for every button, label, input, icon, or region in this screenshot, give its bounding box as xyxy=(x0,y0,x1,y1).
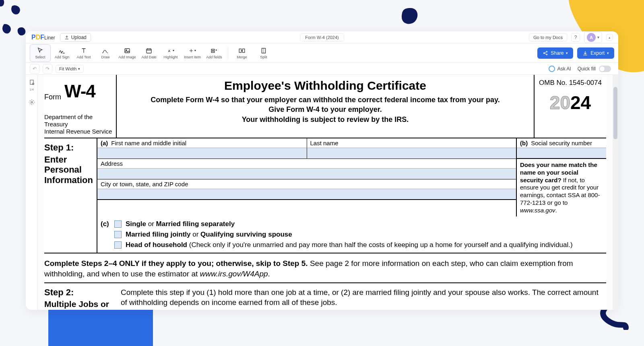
collapse-button[interactable]: ▴ xyxy=(606,34,613,41)
redo-button[interactable]: ↷ xyxy=(43,64,52,74)
tool-select[interactable]: Select xyxy=(30,44,51,62)
merge-icon xyxy=(238,47,246,54)
tool-add-date[interactable]: Add Date xyxy=(138,44,159,62)
step-number: Step 2: xyxy=(44,287,121,298)
filing-option: Married filing jointly or Qualifying sur… xyxy=(126,231,292,239)
page-count: 1/4 xyxy=(29,88,34,91)
svg-rect-8 xyxy=(243,49,245,52)
svg-point-11 xyxy=(547,51,547,52)
filing-option: Head of household (Check only if you're … xyxy=(126,241,573,249)
tool-add-image[interactable]: Add Image xyxy=(117,44,138,62)
form-name: W-4 xyxy=(64,81,95,101)
svg-rect-7 xyxy=(239,49,241,52)
step2-instructions: Complete this step if you (1) hold more … xyxy=(121,287,606,310)
page-nav-icon[interactable] xyxy=(28,79,35,86)
svg-rect-3 xyxy=(147,49,151,53)
ssn-match-note: Does your name match the name on your so… xyxy=(517,159,606,216)
upload-label: Upload xyxy=(71,35,87,40)
field-label: City or town, state, and ZIP code xyxy=(101,181,188,187)
ai-icon xyxy=(549,66,555,72)
form-year: 2024 xyxy=(539,92,602,113)
svg-point-15 xyxy=(31,101,33,103)
form-subtitle: Give Form W-4 to your employer. xyxy=(125,105,526,114)
filing-option: Single or Married filing separately xyxy=(126,220,235,228)
tool-split[interactable]: Split xyxy=(253,44,274,62)
download-icon xyxy=(582,50,588,56)
form-subtitle: Your withholding is subject to review by… xyxy=(125,115,526,124)
toggle[interactable] xyxy=(599,66,611,72)
ask-ai-button[interactable]: Ask AI xyxy=(549,66,571,72)
field-label: Social security number xyxy=(531,140,592,146)
chevron-down-icon: ▾ xyxy=(607,51,609,55)
tool-merge[interactable]: Merge xyxy=(231,44,252,62)
tool-add-fields[interactable]: Add fields xyxy=(204,44,225,62)
checkbox-single[interactable] xyxy=(114,220,122,228)
form-subtitle: Complete Form W-4 so that your employer … xyxy=(125,95,526,105)
tool-highlight[interactable]: ▾ Highlight xyxy=(160,44,181,62)
date-icon xyxy=(145,47,153,54)
avatar[interactable]: A xyxy=(587,33,596,42)
split-icon xyxy=(260,47,267,54)
scroll-thumb[interactable] xyxy=(613,87,617,139)
address-field[interactable] xyxy=(97,168,516,179)
last-name-field[interactable] xyxy=(307,148,516,159)
form-page: Form W-4 Department of the Treasury Inte… xyxy=(44,75,606,310)
city-field[interactable] xyxy=(97,189,516,200)
dept-line: Department of the Treasury xyxy=(44,113,113,128)
step-number: Step 1: xyxy=(44,142,93,153)
separator xyxy=(228,47,228,60)
svg-rect-1 xyxy=(125,48,130,53)
cursor-icon xyxy=(37,47,44,54)
checkbox-head-household[interactable] xyxy=(114,241,122,249)
chevron-down-icon[interactable]: ▾ xyxy=(597,35,599,39)
upload-icon xyxy=(64,35,69,40)
field-label: Address xyxy=(101,160,123,167)
first-name-field[interactable] xyxy=(97,148,307,159)
topbar: PDFLiner Upload Form W-4 (2024) Go to my… xyxy=(26,31,618,43)
step-title: Enter Personal Information xyxy=(44,154,93,185)
app-window: PDFLiner Upload Form W-4 (2024) Go to my… xyxy=(26,31,618,310)
zoom-select[interactable]: Fit Width ▾ xyxy=(56,65,84,73)
ssn-field[interactable] xyxy=(517,148,606,159)
svg-point-12 xyxy=(547,54,547,55)
text-icon xyxy=(80,47,87,54)
left-rail: 1/4 xyxy=(26,75,38,310)
subbar: ↶ ↷ Fit Width ▾ Ask AI Quick fill xyxy=(26,63,618,75)
svg-rect-6 xyxy=(211,51,215,52)
image-icon xyxy=(124,47,131,54)
sign-icon xyxy=(58,47,66,54)
chevron-down-icon: ▾ xyxy=(78,67,80,71)
omb-number: OMB No. 1545-0074 xyxy=(539,79,602,87)
svg-rect-13 xyxy=(30,80,33,84)
export-button[interactable]: Export ▾ xyxy=(577,47,614,59)
gear-icon[interactable] xyxy=(28,99,35,106)
chevron-down-icon: ▾ xyxy=(566,51,568,55)
quick-fill-toggle: Quick fill xyxy=(578,66,611,72)
checkbox-married-jointly[interactable] xyxy=(114,231,122,238)
undo-button[interactable]: ↶ xyxy=(30,64,39,74)
instructions: Complete Steps 2–4 ONLY if they apply to… xyxy=(44,253,606,283)
toolbar: Select Add Sign Add Text Draw Add Image … xyxy=(26,43,618,63)
svg-point-4 xyxy=(170,49,171,50)
document-title[interactable]: Form W-4 (2024) xyxy=(300,33,344,41)
tool-draw[interactable]: Draw xyxy=(95,44,116,62)
form-title: Employee's Withholding Certificate xyxy=(125,79,526,93)
plus-icon: ▾ xyxy=(189,47,196,54)
tool-add-sign[interactable]: Add Sign xyxy=(52,44,72,62)
share-button[interactable]: Share ▾ xyxy=(537,47,573,59)
svg-rect-5 xyxy=(211,49,215,50)
go-to-docs-button[interactable]: Go to my Docs xyxy=(529,33,567,41)
workspace: 1/4 Form W-4 Department of the Treasury … xyxy=(26,75,618,310)
upload-button[interactable]: Upload xyxy=(60,33,91,42)
share-icon xyxy=(543,50,548,56)
logo[interactable]: PDFLiner xyxy=(31,34,55,41)
tool-add-text[interactable]: Add Text xyxy=(73,44,94,62)
draw-icon xyxy=(102,47,109,54)
fields-icon xyxy=(211,47,218,54)
help-button[interactable]: ? xyxy=(571,33,580,42)
document-canvas[interactable]: Form W-4 Department of the Treasury Inte… xyxy=(38,75,618,310)
scrollbar[interactable] xyxy=(613,75,618,310)
tool-insert-item[interactable]: ▾ Insert item xyxy=(182,44,203,62)
field-label: Last name xyxy=(310,140,339,146)
highlight-icon: ▾ xyxy=(167,47,174,54)
